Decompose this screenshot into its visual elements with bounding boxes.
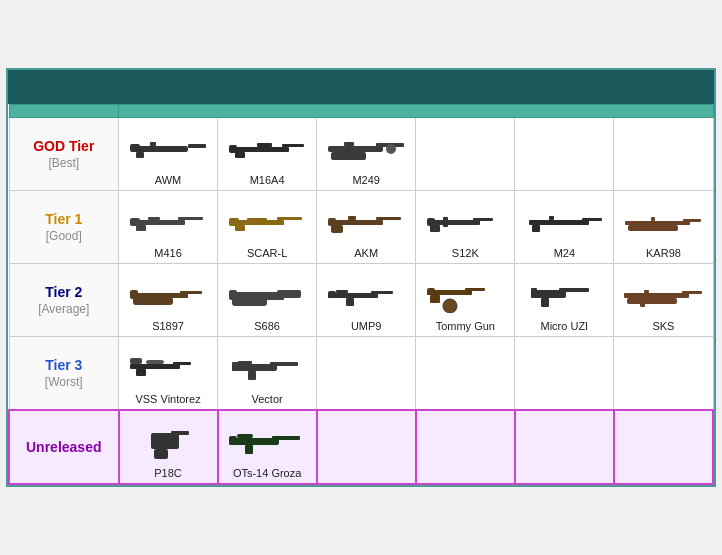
svg-rect-38	[549, 216, 554, 220]
title-bar	[8, 70, 714, 90]
svg-rect-16	[178, 217, 203, 220]
weapon-name: Micro UZI	[519, 320, 609, 332]
unreleased-empty-3	[416, 410, 515, 484]
svg-rect-29	[328, 218, 336, 226]
tier-row-god: GOD Tier[Best]AWMM16A4M249	[9, 118, 713, 191]
weapon-cell-god-4	[515, 118, 614, 191]
weapon-cell-tier1-0: M416	[119, 191, 218, 264]
main-container: GOD Tier[Best]AWMM16A4M249Tier 1[Good]M4…	[6, 68, 716, 487]
unreleased-empty-5	[614, 410, 713, 484]
tier-row-tier2: Tier 2[Average]S1897S686UMP9Tommy GunMic…	[9, 264, 713, 337]
unreleased-empty-2	[317, 410, 416, 484]
weapon-name: SKS	[618, 320, 708, 332]
weapon-cell-tier2-1: S686	[218, 264, 317, 337]
weapon-name: M416	[123, 247, 213, 259]
rank-sublabel: [Best]	[48, 156, 79, 170]
weapon-icon	[618, 197, 708, 247]
weapon-icon	[123, 343, 213, 393]
svg-rect-63	[559, 288, 589, 292]
svg-rect-23	[229, 218, 239, 226]
weapon-cell-tier2-3: Tommy Gun	[416, 264, 515, 337]
svg-rect-30	[430, 220, 480, 225]
weapon-icon	[123, 124, 213, 174]
weapon-name: Tommy Gun	[420, 320, 510, 332]
weapon-name: P18C	[124, 467, 213, 479]
svg-rect-8	[235, 152, 245, 158]
rank-cell-tier1: Tier 1[Good]	[9, 191, 119, 264]
svg-rect-86	[245, 445, 253, 454]
svg-rect-19	[130, 218, 140, 226]
rank-cell-tier2: Tier 2[Average]	[9, 264, 119, 337]
weapon-name: UMP9	[321, 320, 411, 332]
weapon-cell-tier1-4: M24	[515, 191, 614, 264]
svg-rect-33	[427, 218, 435, 226]
svg-rect-65	[531, 288, 537, 298]
unreleased-empty-4	[515, 410, 614, 484]
tier-row-tier3: Tier 3[Worst]VSS VintorezVector	[9, 337, 713, 411]
weapon-icon	[420, 197, 510, 247]
svg-rect-9	[229, 145, 237, 153]
svg-rect-24	[247, 218, 267, 221]
svg-rect-82	[171, 431, 189, 435]
svg-rect-28	[348, 216, 356, 220]
col-rankings	[9, 105, 119, 118]
weapon-cell-god-5	[614, 118, 713, 191]
weapon-name: AWM	[123, 174, 213, 186]
weapon-name: S12K	[420, 247, 510, 259]
svg-rect-73	[136, 369, 146, 376]
weapon-cell-tier3-5	[614, 337, 713, 411]
svg-rect-5	[229, 147, 289, 152]
weapon-name: AKM	[321, 247, 411, 259]
svg-rect-74	[130, 358, 142, 364]
subtitle	[8, 90, 714, 104]
col-weapons	[119, 105, 714, 118]
rank-label: Tier 3	[45, 357, 82, 373]
weapon-cell-tier3-0: VSS Vintorez	[119, 337, 218, 411]
svg-rect-40	[683, 219, 701, 222]
svg-rect-6	[282, 144, 304, 147]
rank-cell-tier3: Tier 3[Worst]	[9, 337, 119, 411]
tier-row-tier1: Tier 1[Good]M416SCAR-LAKMS12KM24KAR98	[9, 191, 713, 264]
weapon-name: M16A4	[222, 174, 312, 186]
weapon-cell-tier2-0: S1897	[119, 264, 218, 337]
weapon-cell-tier3-4	[515, 337, 614, 411]
rank-label: GOD Tier	[33, 138, 94, 154]
svg-point-14	[386, 144, 396, 154]
weapon-icon	[519, 270, 609, 320]
weapon-name: SCAR-L	[222, 247, 312, 259]
svg-rect-75	[146, 360, 164, 364]
weapon-name: KAR98	[618, 247, 708, 259]
unreleased-label: Unreleased	[26, 439, 101, 455]
svg-rect-31	[473, 218, 493, 221]
svg-rect-72	[173, 362, 191, 365]
svg-rect-2	[130, 144, 140, 152]
svg-rect-3	[150, 142, 156, 146]
svg-rect-44	[180, 291, 202, 294]
weapon-icon	[222, 124, 312, 174]
svg-rect-39	[625, 221, 690, 225]
weapon-cell-tier1-3: S12K	[416, 191, 515, 264]
tier-table: GOD Tier[Best]AWMM16A4M249Tier 1[Good]M4…	[8, 104, 714, 485]
weapon-name: M249	[321, 174, 411, 186]
weapon-cell-tier3-1: Vector	[218, 337, 317, 411]
svg-rect-18	[148, 217, 160, 220]
weapon-name: S1897	[123, 320, 213, 332]
unreleased-weapon-0: P18C	[119, 410, 218, 484]
weapon-icon	[124, 417, 213, 467]
svg-rect-79	[232, 362, 239, 371]
svg-rect-42	[651, 217, 655, 221]
weapon-cell-tier1-5: KAR98	[614, 191, 713, 264]
svg-rect-25	[328, 220, 383, 225]
svg-rect-12	[331, 152, 366, 160]
weapon-name: Vector	[222, 393, 312, 405]
weapon-cell-tier1-1: SCAR-L	[218, 191, 317, 264]
svg-rect-60	[427, 288, 435, 295]
svg-rect-70	[640, 299, 645, 307]
svg-rect-54	[346, 298, 354, 306]
weapon-cell-tier2-2: UMP9	[317, 264, 416, 337]
svg-rect-67	[682, 291, 702, 294]
weapon-icon	[223, 417, 312, 467]
svg-rect-49	[277, 290, 301, 298]
weapon-name: VSS Vintorez	[123, 393, 213, 405]
svg-rect-64	[541, 298, 549, 307]
